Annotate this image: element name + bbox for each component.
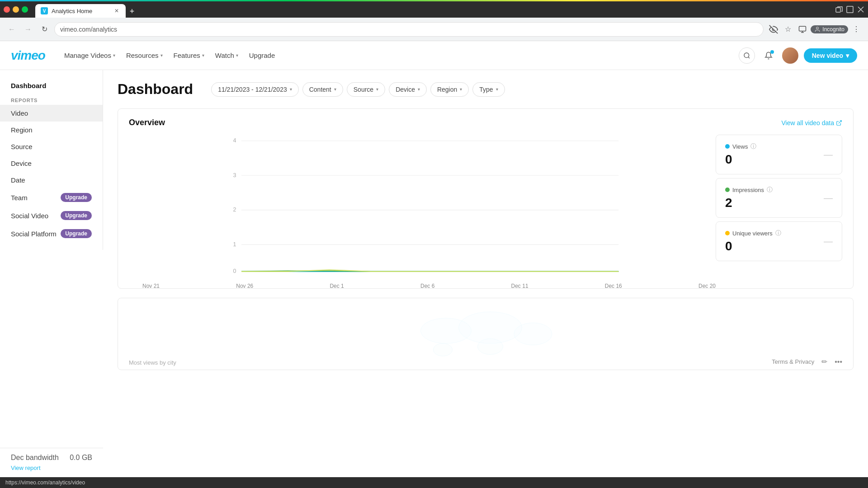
tab-close-button[interactable]: ✕	[113, 7, 120, 14]
window-controls	[4, 6, 28, 13]
chart-area: 4 3 2 1 0	[129, 135, 842, 279]
notifications-button[interactable]	[760, 47, 777, 64]
sidebar-footer: Dec bandwidth 0.0 GB View report	[0, 448, 103, 477]
overview-header: Overview View all video data	[129, 118, 842, 127]
more-icon[interactable]: •••	[835, 358, 842, 366]
views-info-icon[interactable]: ⓘ	[750, 142, 756, 150]
main-layout: Dashboard REPORTS Video Region Source	[0, 70, 868, 477]
nav-actions: New video ▾	[739, 47, 857, 64]
social-video-upgrade-badge[interactable]: Upgrade	[61, 211, 92, 220]
date-range-filter[interactable]: 11/21/2023 - 12/21/2023 ▾	[211, 82, 299, 97]
sidebar-item-team[interactable]: Team Upgrade	[0, 188, 103, 206]
active-tab[interactable]: V Analytics Home ✕	[35, 4, 126, 18]
browser-toolbar: ← → ↻ vimeo.com/analytics ☆ Incognito ⋮	[0, 18, 868, 41]
views-value: 0	[725, 152, 756, 167]
chevron-down-icon: ▾	[496, 87, 498, 92]
sidebar-item-social-platform[interactable]: Social Platform Upgrade	[0, 225, 103, 243]
views-label: Views ⓘ	[725, 142, 756, 150]
type-filter[interactable]: Type ▾	[472, 82, 505, 97]
views-stat-info: Views ⓘ 0	[725, 142, 756, 167]
url-text: vimeo.com/analytics	[60, 26, 117, 33]
bookmark-icon[interactable]: ☆	[782, 23, 794, 36]
back-button[interactable]: ←	[5, 23, 18, 36]
forward-button[interactable]: →	[22, 23, 34, 36]
toolbar-actions: ☆ Incognito ⋮	[767, 23, 863, 36]
device-filter-label: Device	[396, 86, 415, 93]
sidebar-team-label: Team	[11, 194, 28, 202]
chevron-down-icon: ▾	[376, 87, 378, 92]
chevron-down-icon: ▾	[113, 53, 115, 58]
close-window-button[interactable]	[4, 6, 10, 13]
tab-title: Analytics Home	[52, 8, 92, 14]
unique-viewers-stat-info: Unique viewers ⓘ 0	[725, 229, 781, 253]
svg-text:2: 2	[233, 206, 236, 213]
close-icon[interactable]	[857, 6, 864, 13]
sidebar-item-source[interactable]: Source	[0, 138, 103, 155]
overview-chart: 4 3 2 1 0	[129, 135, 716, 279]
unique-viewers-dash: —	[824, 236, 833, 247]
view-report-link[interactable]: View report	[11, 465, 41, 471]
new-tab-button[interactable]: +	[126, 5, 138, 18]
maximize-icon[interactable]	[846, 6, 854, 13]
unique-viewers-info-icon[interactable]: ⓘ	[775, 229, 781, 237]
reload-button[interactable]: ↻	[38, 23, 51, 36]
maximize-window-button[interactable]	[22, 6, 28, 13]
map-footer: Terms & Privacy ✏ •••	[772, 357, 842, 366]
restore-icon[interactable]	[835, 6, 843, 13]
sidebar-item-dashboard[interactable]: Dashboard	[0, 77, 103, 94]
menu-icon[interactable]: ⋮	[850, 23, 863, 36]
map-section: Terms & Privacy ✏ ••• Most views by city	[118, 298, 854, 370]
x-label-dec1: Dec 1	[330, 283, 344, 289]
svg-text:3: 3	[233, 172, 236, 178]
x-label-dec20: Dec 20	[698, 283, 716, 289]
tab-bar: V Analytics Home ✕ +	[35, 1, 138, 18]
chevron-down-icon: ▾	[290, 87, 292, 92]
sidebar-item-date[interactable]: Date	[0, 172, 103, 188]
filter-group: 11/21/2023 - 12/21/2023 ▾ Content ▾ Sour…	[211, 82, 505, 97]
new-video-button[interactable]: New video ▾	[804, 48, 857, 63]
vimeo-navbar: vimeo Manage Videos ▾ Resources ▾ Featur…	[0, 41, 868, 70]
nav-links: Manage Videos ▾ Resources ▾ Features ▾ W…	[60, 49, 724, 62]
profile-icon[interactable]	[796, 23, 809, 36]
views-stat-card: Views ⓘ 0 —	[716, 135, 842, 174]
svg-text:1: 1	[233, 241, 236, 248]
team-upgrade-badge[interactable]: Upgrade	[61, 193, 92, 202]
source-filter-label: Source	[354, 86, 373, 93]
sidebar-item-video[interactable]: Video	[0, 105, 103, 122]
tab-favicon: V	[41, 7, 48, 14]
sidebar-video-label: Video	[11, 109, 28, 117]
minimize-window-button[interactable]	[13, 6, 19, 13]
chevron-down-icon: ▾	[236, 53, 238, 58]
sidebar-item-region[interactable]: Region	[0, 122, 103, 138]
nav-upgrade[interactable]: Upgrade	[245, 49, 280, 62]
chevron-down-icon: ▾	[846, 52, 849, 59]
nav-watch[interactable]: Watch ▾	[211, 49, 243, 62]
eye-slash-icon[interactable]	[767, 23, 780, 36]
nav-manage-videos[interactable]: Manage Videos ▾	[60, 49, 120, 62]
nav-resources[interactable]: Resources ▾	[122, 49, 167, 62]
nav-upgrade-label: Upgrade	[249, 52, 275, 59]
sidebar-item-social-video[interactable]: Social Video Upgrade	[0, 206, 103, 225]
sidebar-social-platform-label: Social Platform	[11, 230, 57, 238]
chevron-down-icon: ▾	[202, 53, 204, 58]
social-platform-upgrade-badge[interactable]: Upgrade	[61, 229, 92, 238]
browser-titlebar: V Analytics Home ✕ +	[0, 1, 868, 18]
address-bar[interactable]: vimeo.com/analytics	[54, 22, 764, 37]
search-button[interactable]	[739, 47, 755, 64]
content-filter[interactable]: Content ▾	[302, 82, 343, 97]
nav-resources-label: Resources	[126, 52, 159, 59]
chevron-down-icon: ▾	[160, 53, 163, 58]
region-filter-label: Region	[437, 86, 457, 93]
view-all-video-data-link[interactable]: View all video data	[782, 119, 842, 127]
edit-icon[interactable]: ✏	[821, 357, 827, 366]
user-avatar[interactable]	[782, 47, 798, 64]
svg-point-26	[434, 343, 453, 356]
region-filter[interactable]: Region ▾	[430, 82, 469, 97]
sidebar-item-device[interactable]: Device	[0, 155, 103, 172]
nav-features[interactable]: Features ▾	[169, 49, 209, 62]
device-filter[interactable]: Device ▾	[389, 82, 427, 97]
impressions-info-icon[interactable]: ⓘ	[767, 186, 773, 194]
source-filter[interactable]: Source ▾	[347, 82, 385, 97]
terms-privacy-link[interactable]: Terms & Privacy	[772, 358, 814, 365]
x-label-nov26: Nov 26	[236, 283, 253, 289]
